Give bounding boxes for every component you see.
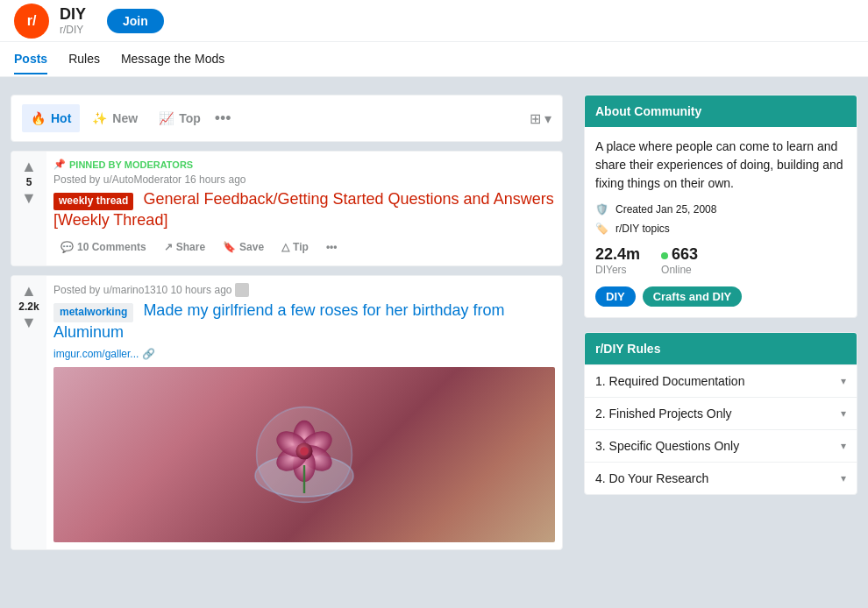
post-actions-1: 💬 10 Comments ↗ Share 🔖 Save △ Tip bbox=[53, 236, 555, 258]
about-header: About Community bbox=[585, 95, 857, 127]
subreddit-title: DIY bbox=[60, 5, 86, 24]
new-icon: ✨ bbox=[92, 111, 107, 125]
calendar-icon: 🛡️ bbox=[595, 203, 608, 216]
rule-item-1[interactable]: 1. Required Documentation ▾ bbox=[585, 364, 857, 397]
sort-hot-button[interactable]: 🔥 Hot bbox=[22, 104, 80, 132]
online-label: Online bbox=[661, 264, 698, 276]
rose-svg bbox=[234, 385, 374, 525]
chevron-down-icon-4: ▾ bbox=[841, 472, 846, 484]
site-header: r/ DIY r/DIY Join bbox=[0, 0, 868, 42]
tip-icon-1: △ bbox=[281, 241, 289, 253]
rule-item-3[interactable]: 3. Specific Questions Only ▾ bbox=[585, 429, 857, 462]
pin-icon: 📌 bbox=[53, 159, 66, 170]
header-title-group: DIY r/DIY bbox=[60, 5, 93, 36]
post-meta-1: Posted by u/AutoModerator 16 hours ago bbox=[53, 173, 555, 186]
sort-top-button[interactable]: 📈 Top bbox=[150, 104, 210, 132]
vote-column-1: ▲ 5 ▼ bbox=[11, 152, 46, 265]
members-stat: 22.4m DIYers bbox=[595, 245, 640, 276]
main-layout: 🔥 Hot ✨ New 📈 Top ••• ⊞ ▾ ▲ 5 ▼ bbox=[0, 77, 868, 576]
main-feed: 🔥 Hot ✨ New 📈 Top ••• ⊞ ▾ ▲ 5 ▼ bbox=[11, 95, 563, 559]
upvote-button-1[interactable]: ▲ bbox=[21, 159, 37, 174]
post-title-1[interactable]: weekly thread General Feedback/Getting S… bbox=[53, 189, 555, 230]
post-tag-2[interactable]: metalworking bbox=[53, 303, 133, 322]
nav-item-message-mods[interactable]: Message the Mods bbox=[121, 45, 224, 74]
share-icon-1: ↗ bbox=[164, 241, 173, 253]
sort-more-button[interactable]: ••• bbox=[215, 110, 231, 128]
save-button-1[interactable]: 🔖 Save bbox=[216, 236, 271, 258]
post-image-2 bbox=[53, 367, 555, 542]
hot-icon: 🔥 bbox=[31, 111, 46, 125]
comment-icon-1: 💬 bbox=[60, 241, 74, 253]
subreddit-logo: r/ bbox=[14, 4, 49, 39]
rule-item-2[interactable]: 2. Finished Projects Only ▾ bbox=[585, 397, 857, 429]
about-body: A place where people can come to learn a… bbox=[585, 127, 857, 317]
downvote-button-2[interactable]: ▼ bbox=[21, 315, 37, 330]
about-description: A place where people can come to learn a… bbox=[595, 138, 846, 193]
subreddit-nav: Posts Rules Message the Mods bbox=[0, 42, 868, 77]
rules-box: r/DIY Rules 1. Required Documentation ▾ … bbox=[584, 332, 857, 495]
post-tag-1[interactable]: weekly thread bbox=[53, 193, 133, 210]
vote-count-1: 5 bbox=[26, 176, 32, 188]
tag-crafts[interactable]: Crafts and DIY bbox=[643, 286, 743, 307]
chevron-down-icon-1: ▾ bbox=[841, 375, 846, 387]
post-pinned: ▲ 5 ▼ 📌 PINNED BY MODERATORS Posted by u… bbox=[11, 151, 563, 266]
sort-bar: 🔥 Hot ✨ New 📈 Top ••• ⊞ ▾ bbox=[11, 95, 563, 142]
view-toggle-button[interactable]: ⊞ ▾ bbox=[530, 110, 551, 127]
post-body-2: Posted by u/marino1310 10 hours ago meta… bbox=[46, 276, 562, 549]
thumbnail-icon bbox=[235, 283, 249, 297]
post-body-1: 📌 PINNED BY MODERATORS Posted by u/AutoM… bbox=[46, 152, 562, 265]
post-title-2[interactable]: metalworking Made my girlfriend a few ro… bbox=[53, 300, 555, 343]
tip-button-1[interactable]: △ Tip bbox=[274, 236, 316, 258]
more-button-1[interactable]: ••• bbox=[319, 236, 345, 258]
topics-stat: 🏷️ r/DIY topics bbox=[595, 223, 846, 235]
post-roses: ▲ 2.2k ▼ Posted by u/marino1310 10 hours… bbox=[11, 275, 563, 550]
online-stat: 663 Online bbox=[661, 245, 698, 276]
online-dot bbox=[661, 252, 668, 259]
post-meta-2: Posted by u/marino1310 10 hours ago bbox=[53, 283, 555, 297]
join-button[interactable]: Join bbox=[107, 9, 164, 33]
created-stat: 🛡️ Created Jan 25, 2008 bbox=[595, 203, 846, 216]
svg-point-9 bbox=[300, 447, 309, 456]
tag-icon: 🏷️ bbox=[595, 223, 608, 235]
rule-item-4[interactable]: 4. Do Your Research ▾ bbox=[585, 462, 857, 494]
topic-tags: DIY Crafts and DIY bbox=[595, 286, 846, 307]
sort-new-button[interactable]: ✨ New bbox=[83, 104, 146, 132]
view-icon: ⊞ bbox=[530, 110, 541, 127]
sidebar: About Community A place where people can… bbox=[584, 95, 857, 559]
members-count: 22.4m bbox=[595, 245, 640, 264]
tag-diy[interactable]: DIY bbox=[595, 286, 636, 307]
vote-count-2: 2.2k bbox=[18, 300, 39, 313]
bookmark-icon-1: 🔖 bbox=[223, 241, 236, 253]
subreddit-name: r/DIY bbox=[60, 24, 93, 36]
chevron-down-icon-3: ▾ bbox=[841, 440, 846, 452]
upvote-button-2[interactable]: ▲ bbox=[21, 283, 37, 299]
nav-item-rules[interactable]: Rules bbox=[68, 45, 100, 74]
downvote-button-1[interactable]: ▼ bbox=[21, 190, 37, 206]
vote-column-2: ▲ 2.2k ▼ bbox=[11, 276, 46, 549]
rules-header: r/DIY Rules bbox=[585, 333, 857, 364]
comments-button-1[interactable]: 💬 10 Comments bbox=[53, 236, 153, 258]
nav-item-posts[interactable]: Posts bbox=[14, 45, 47, 74]
top-icon: 📈 bbox=[159, 111, 174, 125]
chevron-down-icon: ▾ bbox=[544, 110, 551, 127]
members-label: DIYers bbox=[595, 264, 640, 276]
share-button-1[interactable]: ↗ Share bbox=[157, 236, 212, 258]
about-community-box: About Community A place where people can… bbox=[584, 95, 857, 318]
chevron-down-icon-2: ▾ bbox=[841, 407, 846, 420]
pinned-banner: 📌 PINNED BY MODERATORS bbox=[53, 159, 555, 170]
post-link-2[interactable]: imgur.com/galler... 🔗 bbox=[53, 348, 555, 360]
stats-row: 22.4m DIYers 663 Online bbox=[595, 245, 846, 276]
online-count: 663 bbox=[661, 245, 698, 264]
